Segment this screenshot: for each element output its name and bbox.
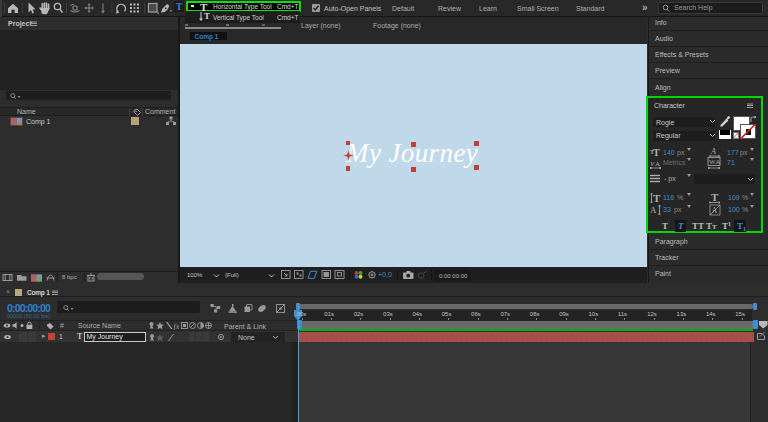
svg-text:A: A: [710, 147, 716, 156]
svg-text:T: T: [176, 1, 183, 12]
svg-text:T: T: [650, 149, 654, 155]
svg-text:T: T: [711, 192, 719, 203]
svg-text:A: A: [716, 158, 721, 165]
svg-text:T: T: [653, 192, 661, 204]
svg-text:A: A: [655, 160, 660, 168]
svg-text:T: T: [653, 147, 660, 158]
svg-text:A: A: [650, 205, 657, 215]
svg-text:fx: fx: [174, 322, 180, 331]
